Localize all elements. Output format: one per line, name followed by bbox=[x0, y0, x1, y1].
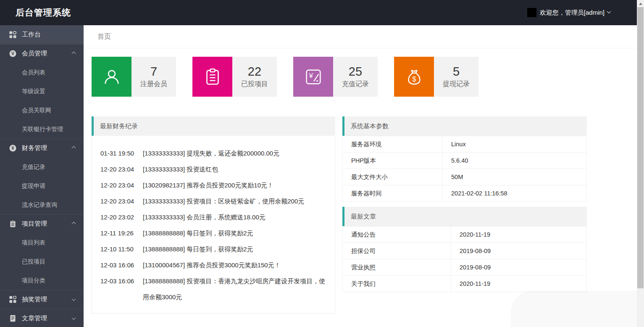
stat-value: 7 bbox=[150, 65, 157, 79]
app-title: 后台管理系统 bbox=[16, 7, 71, 18]
latest-articles-table: 通知公告 2020-11-19 担保公司 2019-08-09 营业执照 201… bbox=[342, 226, 587, 292]
stat-value: 22 bbox=[248, 65, 261, 79]
sidebar-item-transaction-query[interactable]: 流水记录查询 bbox=[0, 195, 84, 214]
stat-iconbox: ¥ bbox=[293, 57, 333, 97]
sidebar-item-invested-projects[interactable]: 已投项目 bbox=[0, 252, 84, 271]
finance-record: 12-10 11:50 [13888888888] 每日签到，获得奖励2元 bbox=[100, 241, 326, 257]
table-row: PHP版本 5.6.40 bbox=[343, 153, 587, 169]
finance-icon: ¥ bbox=[9, 145, 16, 152]
table-row: 关于我们 2020-11-19 bbox=[343, 276, 587, 292]
table-row: 通知公告 2020-11-19 bbox=[343, 227, 587, 243]
article-icon bbox=[9, 315, 16, 322]
sidebar-item-project-list[interactable]: 项目列表 bbox=[0, 233, 84, 252]
finance-record: 12-20 23:04 [13333333333] 投资送红包 bbox=[100, 161, 326, 177]
stat-iconbox bbox=[192, 57, 232, 97]
sidebar-item-label: 项目管理 bbox=[22, 220, 47, 228]
svg-text:V: V bbox=[11, 51, 14, 56]
finance-record: 01-31 19:50 [13333333333] 提现失败，返还金额20000… bbox=[100, 145, 326, 161]
chevron-down-icon bbox=[607, 9, 611, 13]
vertical-scrollbar[interactable] bbox=[637, 0, 644, 327]
finance-record: 12-20 23:04 [13333333333] 投资项目：区块链紫金矿，使用… bbox=[100, 193, 326, 209]
table-row: 服务器环境 Linux bbox=[343, 136, 587, 153]
breadcrumb: 首页 bbox=[84, 25, 644, 48]
panel-title: 系统基本参数 bbox=[351, 122, 389, 130]
sidebar-item-article-management[interactable]: 文章管理 bbox=[0, 309, 84, 327]
stat-label: 已投项目 bbox=[241, 80, 268, 89]
sidebar-item-member-management[interactable]: V 会员管理 bbox=[0, 44, 84, 63]
svg-text:¥: ¥ bbox=[12, 145, 14, 150]
stat-cards: 7 注册会员 22 已投项目 bbox=[84, 48, 644, 97]
sidebar-item-label: 抽奖管理 bbox=[22, 295, 47, 303]
finance-records-list: 01-31 19:50 [13333333333] 提现失败，返还金额20000… bbox=[92, 136, 335, 314]
sidebar-item-label: 工作台 bbox=[22, 31, 41, 39]
system-params-table: 服务器环境 Linux PHP版本 5.6.40 最大文件大小 50M 服务 bbox=[342, 136, 587, 202]
table-row: 担保公司 2019-08-09 bbox=[343, 243, 587, 259]
sidebar-item-bank-card-management[interactable]: 关联银行卡管理 bbox=[0, 120, 84, 139]
latest-articles-panel: 最新文章 通知公告 2020-11-19 担保公司 2019-08-09 bbox=[342, 207, 587, 292]
stat-card-registered-members[interactable]: 7 注册会员 bbox=[92, 57, 176, 97]
stat-label: 提现记录 bbox=[443, 80, 470, 89]
table-row: 最大文件大小 50M bbox=[343, 169, 587, 185]
svg-text:¥: ¥ bbox=[308, 71, 313, 80]
sidebar-item-withdraw-requests[interactable]: 提现申请 bbox=[0, 177, 84, 195]
breadcrumb-home[interactable]: 首页 bbox=[97, 32, 111, 41]
chevron-down-icon bbox=[72, 297, 76, 301]
dashboard-icon bbox=[9, 31, 16, 38]
user-avatar bbox=[527, 8, 536, 17]
stat-iconbox: $ bbox=[394, 57, 434, 97]
sidebar-item-level-settings[interactable]: 等级设置 bbox=[0, 82, 84, 101]
sidebar-item-finance-management[interactable]: ¥ 财务管理 bbox=[0, 139, 84, 158]
table-row: 营业执照 2019-08-09 bbox=[343, 259, 587, 276]
stat-value: 5 bbox=[453, 65, 460, 79]
sidebar-item-label: 财务管理 bbox=[22, 144, 47, 152]
chevron-down-icon bbox=[72, 316, 76, 320]
clipboard-icon bbox=[203, 67, 222, 87]
lottery-icon bbox=[9, 296, 16, 303]
panel-header: 系统基本参数 bbox=[342, 116, 587, 136]
sidebar-item-workbench[interactable]: 工作台 bbox=[0, 25, 84, 44]
finance-record: 12-11 19:26 [13888888888] 每日签到，获得奖励2元 bbox=[100, 225, 326, 241]
scrollbar-up-button[interactable] bbox=[637, 0, 644, 7]
chevron-up-icon bbox=[72, 222, 76, 226]
sidebar-item-member-network[interactable]: 会员关联网 bbox=[0, 101, 84, 120]
finance-record: 12-20 23:02 [13333333333] 会员注册，系统赠送18.00… bbox=[100, 209, 326, 225]
stat-card-withdraw-records[interactable]: $ 5 提现记录 bbox=[394, 57, 478, 97]
sidebar-item-lottery-management[interactable]: 抽奖管理 bbox=[0, 290, 84, 309]
panel-title: 最新文章 bbox=[351, 213, 376, 221]
stat-value: 25 bbox=[349, 65, 362, 79]
welcome-text: 欢迎您，管理员[admin] bbox=[540, 9, 605, 17]
user-icon bbox=[102, 67, 121, 87]
chevron-up-icon bbox=[72, 146, 76, 150]
user-menu[interactable]: 欢迎您，管理员[admin] bbox=[527, 8, 610, 17]
sidebar-item-project-management[interactable]: 项目管理 bbox=[0, 214, 84, 233]
finance-records-panel: 最新财务纪录 01-31 19:50 [13333333333] 提现失败，返还… bbox=[92, 116, 335, 314]
app-header: 后台管理系统 欢迎您，管理员[admin] bbox=[0, 0, 644, 25]
scroll-up-arrow-icon bbox=[639, 3, 642, 5]
chevron-up-icon bbox=[72, 52, 76, 56]
sidebar-item-label: 文章管理 bbox=[22, 314, 47, 322]
sidebar-item-label: 会员管理 bbox=[22, 50, 47, 58]
table-row: 服务器时间 2021-02-02 11:16:58 bbox=[343, 185, 587, 202]
main-content: 首页 7 注册会员 bbox=[84, 0, 644, 314]
yuan-icon: ¥ bbox=[304, 67, 323, 87]
svg-text:$: $ bbox=[412, 75, 416, 82]
scrollbar-thumb[interactable] bbox=[637, 7, 644, 288]
stat-card-invested-projects[interactable]: 22 已投项目 bbox=[192, 57, 277, 97]
system-params-panel: 系统基本参数 服务器环境 Linux PHP版本 5.6.40 最大文件 bbox=[342, 116, 587, 202]
sidebar-item-recharge-records[interactable]: 充值记录 bbox=[0, 158, 84, 177]
moneybag-icon: $ bbox=[405, 67, 424, 87]
finance-record: 12-20 23:04 [13020982137] 推荐会员投资200元奖励10… bbox=[100, 177, 326, 193]
sidebar: 工作台 V 会员管理 会员列表 等级设置 会员关联网 关联银行卡管理 ¥ 财务管… bbox=[0, 25, 84, 327]
finance-record: 12-03 16:06 [13888888888] 投资项目：香港九龙尖沙咀房产… bbox=[100, 273, 326, 305]
stat-card-recharge-records[interactable]: ¥ 25 充值记录 bbox=[293, 57, 378, 97]
panel-header: 最新财务纪录 bbox=[92, 116, 335, 136]
panel-title: 最新财务纪录 bbox=[100, 122, 138, 130]
finance-record: 12-03 16:06 [13100004567] 推荐会员投资3000元奖励1… bbox=[100, 257, 326, 273]
project-icon bbox=[9, 220, 16, 227]
sidebar-item-member-list[interactable]: 会员列表 bbox=[0, 63, 84, 82]
member-icon: V bbox=[9, 50, 16, 57]
stat-label: 充值记录 bbox=[342, 80, 369, 89]
panel-header: 最新文章 bbox=[342, 207, 587, 226]
sidebar-item-project-categories[interactable]: 项目分类 bbox=[0, 271, 84, 290]
stat-iconbox bbox=[92, 57, 131, 97]
